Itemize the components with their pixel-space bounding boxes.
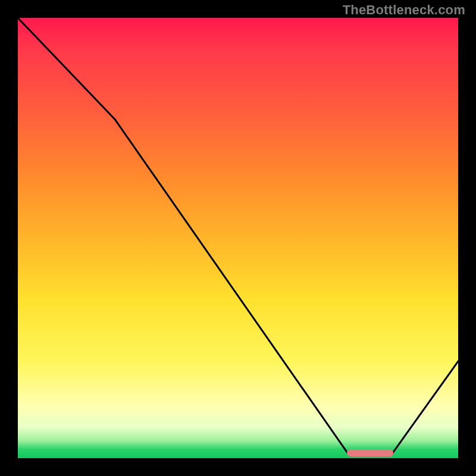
plot-area [18,18,458,458]
curve-layer [18,18,458,458]
optimal-range-marker [347,449,393,456]
chart-frame: TheBottleneck.com [0,0,476,476]
watermark-text: TheBottleneck.com [343,2,465,18]
bottleneck-curve [18,18,458,454]
